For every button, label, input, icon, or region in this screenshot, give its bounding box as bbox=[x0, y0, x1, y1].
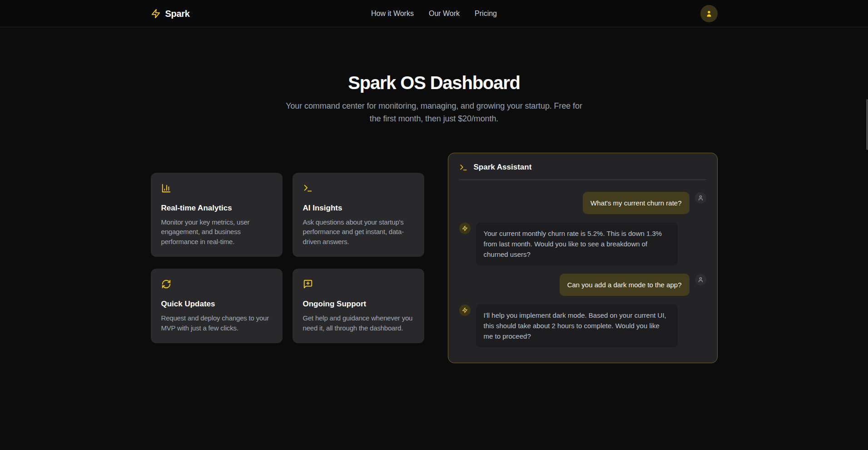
message-square-plus-icon bbox=[303, 279, 313, 289]
feature-cards-grid: Real-time Analytics Monitor your key met… bbox=[151, 173, 424, 344]
assistant-message-bubble: Your current monthly churn rate is 5.2%.… bbox=[476, 222, 678, 265]
feature-card-ai-insights: AI Insights Ask questions about your sta… bbox=[293, 173, 424, 257]
navbar: Spark How it Works Our Work Pricing bbox=[0, 0, 868, 27]
user-message-bubble: Can you add a dark mode to the app? bbox=[560, 274, 689, 296]
user-icon bbox=[695, 274, 706, 285]
scrollbar[interactable] bbox=[866, 99, 868, 150]
chat-message-assistant: Your current monthly churn rate is 5.2%.… bbox=[459, 222, 706, 265]
bar-chart-icon bbox=[161, 183, 171, 193]
spark-assistant-panel: Spark Assistant What's my current churn … bbox=[448, 153, 718, 363]
assistant-title: Spark Assistant bbox=[474, 163, 532, 172]
user-icon bbox=[695, 192, 706, 204]
terminal-icon bbox=[459, 163, 468, 172]
user-message-bubble: What's my current churn rate? bbox=[583, 192, 689, 214]
assistant-header: Spark Assistant bbox=[459, 163, 706, 172]
zap-icon bbox=[459, 223, 471, 234]
feature-card-ongoing-support: Ongoing Support Get help and guidance wh… bbox=[293, 269, 424, 343]
nav-link-pricing[interactable]: Pricing bbox=[475, 10, 497, 18]
navbar-container: Spark How it Works Our Work Pricing bbox=[151, 0, 718, 27]
hero-section: Spark OS Dashboard Your command center f… bbox=[0, 27, 868, 125]
main-content: Real-time Analytics Monitor your key met… bbox=[151, 153, 718, 363]
nav-link-our-work[interactable]: Our Work bbox=[429, 10, 460, 18]
card-title: Real-time Analytics bbox=[161, 204, 272, 213]
navbar-right bbox=[497, 5, 718, 22]
brand-name: Spark bbox=[165, 9, 190, 19]
subtitle-line-1: Your command center for monitoring, mana… bbox=[0, 100, 868, 112]
card-title: Ongoing Support bbox=[303, 300, 414, 309]
account-avatar-button[interactable] bbox=[700, 5, 718, 22]
card-title: Quick Updates bbox=[161, 300, 272, 309]
feature-card-real-time-analytics: Real-time Analytics Monitor your key met… bbox=[151, 173, 283, 257]
nav-link-how-it-works[interactable]: How it Works bbox=[371, 10, 414, 18]
terminal-icon bbox=[303, 183, 313, 193]
refresh-icon bbox=[161, 279, 171, 289]
feature-card-quick-updates: Quick Updates Request and deploy changes… bbox=[151, 269, 283, 343]
chat-messages: What's my current churn rate? Your curre… bbox=[459, 192, 706, 347]
subtitle-line-2: the first month, then just $20/month. bbox=[0, 112, 868, 125]
card-description: Monitor your key metrics, user engagemen… bbox=[161, 217, 272, 247]
card-description: Ask questions about your startup's perfo… bbox=[303, 217, 414, 247]
page-subtitle: Your command center for monitoring, mana… bbox=[0, 100, 868, 125]
zap-icon bbox=[459, 305, 471, 316]
chat-message-user: What's my current churn rate? bbox=[459, 192, 706, 214]
card-description: Request and deploy changes to your MVP w… bbox=[161, 313, 272, 333]
card-title: AI Insights bbox=[303, 204, 414, 213]
divider bbox=[459, 180, 706, 180]
main-nav: How it Works Our Work Pricing bbox=[371, 10, 497, 18]
page-title: Spark OS Dashboard bbox=[0, 72, 868, 94]
brand[interactable]: Spark bbox=[151, 9, 372, 19]
zap-icon bbox=[151, 9, 161, 19]
assistant-message-bubble: I'll help you implement dark mode. Based… bbox=[476, 304, 678, 347]
user-icon bbox=[705, 10, 713, 18]
chat-message-user: Can you add a dark mode to the app? bbox=[459, 274, 706, 296]
chat-message-assistant: I'll help you implement dark mode. Based… bbox=[459, 304, 706, 347]
card-description: Get help and guidance whenever you need … bbox=[303, 313, 414, 333]
